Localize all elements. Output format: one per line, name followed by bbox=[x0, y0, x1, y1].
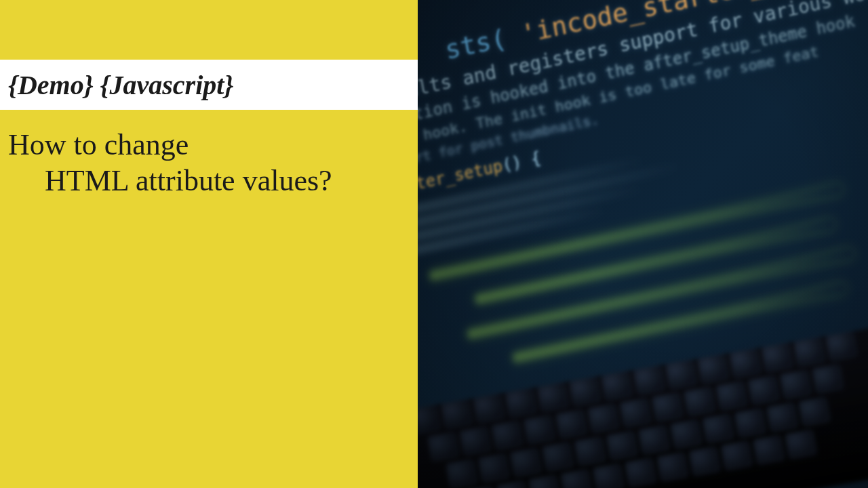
title-block: How to change HTML attribute values? bbox=[8, 127, 332, 199]
title-line-1: How to change bbox=[8, 127, 332, 163]
left-panel: {Demo} {Javascript} How to change HTML a… bbox=[0, 0, 418, 488]
title-line-2: HTML attribute values? bbox=[8, 163, 332, 199]
right-panel: sts( 'incode_starter_setup' ) ) ; faults… bbox=[418, 0, 868, 488]
header-badge: {Demo} {Javascript} bbox=[8, 69, 233, 101]
header-band: {Demo} {Javascript} bbox=[0, 60, 434, 110]
